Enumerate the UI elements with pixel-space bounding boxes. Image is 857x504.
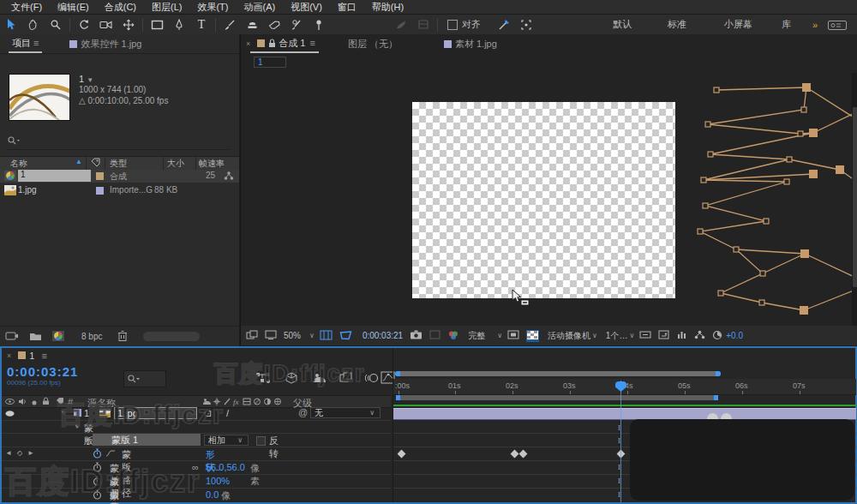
menu-file[interactable]: 文件(F)	[3, 0, 50, 14]
keyframe-nav-next-icon[interactable]: ►	[27, 449, 34, 457]
share-view-icon[interactable]	[639, 330, 651, 341]
shy-layers-icon[interactable]	[312, 372, 327, 386]
project-search-input[interactable]	[7, 135, 230, 150]
menu-effect[interactable]: 效果(T)	[189, 0, 236, 14]
mask-name[interactable]: 蒙版 1	[93, 434, 201, 446]
brush-tool-icon[interactable]	[219, 16, 241, 33]
show-snapshot-icon[interactable]	[429, 330, 440, 341]
menu-window[interactable]: 窗口	[330, 0, 364, 14]
tab-project[interactable]: 项目 ≡	[9, 35, 42, 53]
layer-quality-slash[interactable]: /	[226, 408, 229, 418]
clone-stamp-tool-icon[interactable]	[241, 16, 263, 33]
mask-invert-checkbox[interactable]	[256, 436, 266, 446]
snapshot-icon[interactable]	[410, 330, 423, 341]
project-row-footage[interactable]: 1.jpg Importe...G 88 KB	[0, 184, 239, 197]
trash-icon[interactable]	[117, 330, 128, 343]
camera-tool-icon[interactable]	[95, 16, 117, 33]
parent-pickwhip-icon[interactable]: @	[298, 407, 308, 417]
project-row-comp[interactable]: 1 合成 25	[0, 170, 239, 183]
comp-mini-nav-dropdown[interactable]: 1	[254, 57, 286, 68]
type-tool-icon[interactable]: T	[190, 16, 213, 33]
selection-tool-icon[interactable]	[0, 16, 22, 33]
workspace-small-screen[interactable]: 小屏幕	[724, 18, 752, 31]
work-area-bar[interactable]	[396, 395, 718, 400]
keyframe-nav-diamond-icon[interactable]: ◇	[17, 449, 22, 457]
new-folder-icon[interactable]	[29, 331, 42, 343]
menu-view[interactable]: 视图(V)	[283, 0, 330, 14]
layer-source-name[interactable]: 1.jpg	[114, 407, 197, 419]
puppet-pin-tool-icon[interactable]	[308, 16, 330, 33]
mask-opacity-value[interactable]: 100%	[206, 476, 230, 486]
keyframe-nav-prev-icon[interactable]: ◄	[5, 449, 15, 457]
timeline-tab-close-icon[interactable]: ×	[7, 351, 11, 360]
comp-label-chip[interactable]	[96, 172, 104, 180]
camera-dropdown[interactable]: 活动摄像机	[548, 330, 590, 342]
transparency-grid-icon[interactable]	[526, 330, 539, 342]
label-column-icon[interactable]	[56, 397, 64, 407]
mask-expansion-value[interactable]: 0.0	[206, 489, 219, 500]
time-navigator-bar[interactable]	[395, 371, 721, 376]
mask-mode-dropdown[interactable]: 相加∨	[204, 435, 249, 446]
resolution-dropdown[interactable]: 完整	[468, 330, 485, 342]
pan-behind-tool-icon[interactable]	[117, 16, 140, 33]
fast-previews-icon[interactable]	[676, 330, 687, 341]
safe-margins-icon[interactable]	[320, 330, 333, 342]
zoom-tool-icon[interactable]	[45, 16, 67, 33]
tab-layer[interactable]: 图层 （无）	[348, 38, 398, 51]
sort-asc-icon[interactable]: ▲	[75, 158, 82, 165]
frame-blending-icon[interactable]	[339, 372, 353, 386]
align-checkbox[interactable]	[447, 20, 458, 30]
project-hscroll-thumb[interactable]	[143, 332, 200, 341]
group-expand-arrow[interactable]: ▼	[74, 423, 81, 430]
stopwatch-icon[interactable]	[93, 476, 102, 488]
workspace-standard[interactable]: 标准	[668, 18, 686, 31]
chevron-down-icon[interactable]: ▼	[87, 76, 93, 84]
viewer-timecode[interactable]: 0:00:03:21	[363, 331, 403, 340]
label-column-icon[interactable]	[91, 158, 100, 169]
col-size[interactable]: 大小	[167, 158, 184, 170]
motion-blur-icon[interactable]	[365, 372, 379, 386]
menu-layer[interactable]: 图层(L)	[144, 0, 189, 14]
project-bpc[interactable]: 8 bpc	[81, 332, 102, 341]
footage-name-cell[interactable]: 1.jpg	[18, 185, 37, 195]
layer-row[interactable]: ▼ 1 1.jpg ⊡ / @ 无∨	[2, 407, 391, 419]
link-dimensions-icon[interactable]: ∞	[192, 462, 199, 472]
show-channel-icon[interactable]	[447, 330, 459, 342]
interpret-footage-icon[interactable]	[5, 331, 19, 343]
panel-menu-icon[interactable]: ≡	[41, 351, 46, 361]
timeline-search-input[interactable]	[123, 370, 166, 387]
col-type[interactable]: 类型	[110, 158, 127, 170]
comp-mini-flowchart-icon[interactable]	[255, 372, 271, 386]
draft-3d-icon[interactable]	[285, 372, 298, 386]
rect-mask-tool-icon[interactable]	[146, 16, 168, 33]
multi-view-icon[interactable]	[246, 330, 258, 341]
menu-animation[interactable]: 动画(A)	[237, 0, 284, 14]
workspace-overflow[interactable]: »	[812, 20, 818, 30]
parent-dropdown[interactable]: 无∨	[310, 407, 381, 418]
view-layout-dropdown[interactable]: 1个…	[606, 330, 628, 342]
mask-toggle-icon[interactable]	[339, 330, 352, 342]
pen-tool-icon[interactable]	[168, 16, 190, 33]
tab-composition-1[interactable]: 合成 1 ≡	[250, 35, 319, 53]
col-fps[interactable]: 帧速率	[199, 158, 225, 170]
zoom-level-dropdown[interactable]: 50%	[284, 331, 301, 340]
hand-tool-icon[interactable]	[22, 16, 45, 33]
index-column-header[interactable]: #	[68, 397, 73, 407]
viewer-vscrollbar[interactable]	[852, 73, 857, 326]
footage-label-chip[interactable]	[96, 187, 104, 195]
mask-expansion-label[interactable]: 蒙版扩展	[110, 489, 119, 504]
layer-label-chip[interactable]	[74, 409, 81, 417]
keyframe-diamond[interactable]	[398, 450, 406, 459]
workspace-default[interactable]: 默认	[613, 18, 632, 31]
search-workspace-icon[interactable]	[828, 21, 847, 30]
current-time-display[interactable]: 0:00:03:21	[7, 364, 78, 379]
flowchart-icon[interactable]	[694, 330, 705, 341]
reset-exposure-icon[interactable]	[712, 330, 722, 342]
keyframe-diamond[interactable]	[519, 450, 528, 459]
mask-feather-value[interactable]: 56.0,56.0	[206, 462, 245, 472]
exposure-value[interactable]: +0.0	[726, 331, 743, 340]
menu-composition[interactable]: 合成(C)	[97, 0, 144, 14]
menu-help[interactable]: 帮助(H)	[364, 0, 411, 14]
rotation-tool-icon[interactable]	[73, 16, 95, 33]
pixel-aspect-icon[interactable]	[658, 330, 669, 341]
